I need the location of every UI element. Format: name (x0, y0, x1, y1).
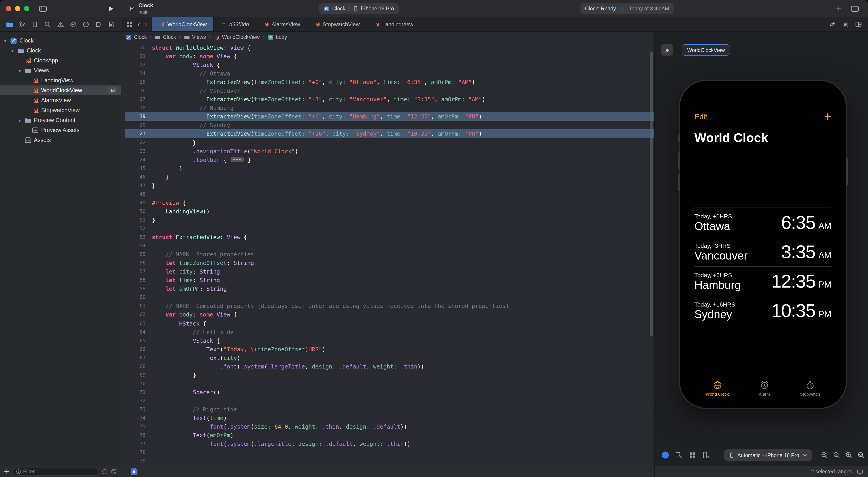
disclosure-triangle[interactable]: ▾ (3, 38, 8, 43)
code-line-66[interactable]: 66 Text("Today, \(timeZoneOffset)HRS") (125, 345, 654, 353)
zoom-out-button[interactable] (819, 450, 830, 460)
navigator-debug-button[interactable] (81, 19, 90, 29)
code-line-74[interactable]: 74 Text(time) (125, 414, 654, 422)
world-clock-row-hamburg[interactable]: Today, +6HRSHamburg12:35PM (694, 266, 831, 296)
sidebar-item-clockapp[interactable]: ClockApp (0, 56, 121, 65)
code-line-58[interactable]: 58 let time: String (125, 276, 654, 285)
code-area[interactable]: 10struct WorldClockView: View {11 var bo… (121, 42, 654, 466)
library-add-icon[interactable] (834, 4, 844, 13)
phone-edit-button[interactable]: Edit (694, 112, 707, 121)
code-line-50[interactable]: 50 LandingView() (125, 207, 654, 216)
navigator-breakpoints-button[interactable] (94, 19, 103, 29)
zoom-in-button[interactable] (844, 450, 854, 460)
code-line-63[interactable]: 63 HStack { (125, 319, 654, 328)
world-clock-row-ottawa[interactable]: Today, +0HRSOttawa6:35AM (694, 208, 831, 237)
toggle-inspector-icon[interactable] (850, 4, 860, 13)
sidebar-item-assets[interactable]: Assets (0, 135, 121, 145)
code-line-78[interactable]: 78 (125, 448, 654, 457)
sidebar-item-views[interactable]: ▾Views (0, 65, 121, 76)
code-line-45[interactable]: 45 } (125, 164, 654, 173)
code-line-77[interactable]: 77 .font(.system(.largeTitle, design: .d… (125, 440, 654, 448)
code-line-24[interactable]: 24 .toolbar { ••• } (125, 155, 654, 164)
code-line-11[interactable]: 11 var body: some View { (125, 52, 654, 61)
editor-scrollbar[interactable] (650, 52, 653, 336)
code-line-22[interactable]: 22 } (125, 138, 654, 147)
sidebar-item-alarmsview[interactable]: AlarmsView (0, 95, 121, 106)
code-line-69[interactable]: 69 } (125, 371, 654, 379)
live-preview-button[interactable] (660, 450, 670, 460)
world-clock-row-vancouver[interactable]: Today, -3HRSVancouver3:35AM (694, 237, 831, 266)
editor-tab-d33f3db[interactable]: #d33f3db (214, 17, 256, 31)
sidebar-item-landingview[interactable]: LandingView (0, 76, 121, 85)
code-line-61[interactable]: 61 // MARK: Computed property (displays … (125, 302, 654, 310)
device-settings-button[interactable] (701, 450, 711, 460)
code-line-46[interactable]: 46 } (125, 173, 654, 181)
breadcrumb-Clock[interactable]: Clock (155, 34, 176, 40)
code-line-21[interactable]: 21 ExtractedView(timeZoneOffset: "+16", … (125, 129, 654, 138)
code-review-icon[interactable] (829, 21, 836, 28)
minimize-button[interactable] (15, 6, 20, 11)
scheme-selector[interactable]: Clock main (128, 2, 153, 14)
code-line-13[interactable]: 13 VStack { (125, 61, 654, 69)
code-line-15[interactable]: 15 ExtractedView(timeZoneOffset: "+0", c… (125, 78, 654, 86)
editor-tab-StopwatchView[interactable]: StopwatchView (307, 17, 367, 31)
code-line-23[interactable]: 23 .navigationTitle("World Clock") (125, 147, 654, 155)
scm-status-filter-icon[interactable] (111, 469, 117, 475)
code-line-56[interactable]: 56 let timeZoneOffset: String (125, 259, 654, 267)
navigator-tests-button[interactable] (68, 19, 78, 29)
disclosure-triangle[interactable]: ▾ (17, 118, 22, 123)
code-line-53[interactable]: 53struct ExtractedView: View { (125, 233, 654, 241)
code-line-47[interactable]: 47} (125, 181, 654, 190)
back-chevron-icon[interactable]: ‹ (137, 20, 140, 28)
breadcrumb-WorldClockView[interactable]: WorldClockView (214, 34, 260, 40)
code-line-62[interactable]: 62 var body: some View { (125, 310, 654, 319)
code-line-20[interactable]: 20 // Syndey (125, 121, 654, 129)
disclosure-triangle[interactable]: ▾ (17, 68, 22, 73)
run-button[interactable] (106, 4, 116, 13)
code-line-71[interactable]: 71 Spacer() (125, 388, 654, 396)
code-line-60[interactable]: 60 (125, 293, 654, 302)
code-line-55[interactable]: 55 // MARK: Stored properties (125, 250, 654, 259)
sidebar-item-clock[interactable]: ▾Clock (0, 46, 121, 56)
sidebar-item-worldclockview[interactable]: WorldClockViewM (0, 85, 121, 95)
code-line-65[interactable]: 65 VStack { (125, 336, 654, 345)
navigator-project-button[interactable] (5, 19, 14, 29)
phone-tab-alarm[interactable]: Alarm (759, 380, 770, 396)
add-editor-icon[interactable] (855, 21, 862, 28)
related-items-icon[interactable] (126, 21, 133, 28)
code-line-51[interactable]: 51} (125, 216, 654, 224)
variants-mode-button[interactable] (687, 450, 697, 460)
phone-tab-world-clock[interactable]: World Clock (706, 380, 729, 396)
close-button[interactable] (6, 6, 11, 11)
navigator-reports-button[interactable] (107, 19, 116, 29)
code-line-73[interactable]: 73 // Right side (125, 405, 654, 414)
preview-device-menu[interactable]: Automatic – iPhone 16 Pro (724, 449, 812, 461)
forward-chevron-icon[interactable]: › (145, 20, 147, 28)
world-clock-row-sydney[interactable]: Today, +16HRSSydney10:35PM (694, 296, 831, 325)
filter-field[interactable] (13, 468, 99, 475)
code-line-14[interactable]: 14 // Ottawa (125, 69, 654, 78)
navigator-find-button[interactable] (43, 19, 52, 29)
code-line-68[interactable]: 68 .font(.system(.largeTitle, design: .d… (125, 362, 654, 370)
zoom-actual-button[interactable] (832, 450, 842, 460)
navigator-source-control-button[interactable] (18, 19, 27, 29)
code-line-18[interactable]: 18 // Hamburg (125, 104, 654, 112)
fullscreen-button[interactable] (24, 6, 29, 11)
sidebar-item-preview-content[interactable]: ▾Preview Content (0, 115, 121, 125)
disclosure-triangle[interactable]: ▾ (10, 48, 15, 53)
code-line-17[interactable]: 17 ExtractedView(timeZoneOffset: "-3", c… (125, 95, 654, 104)
recent-files-filter-icon[interactable] (102, 469, 108, 475)
editor-tab-WorldClockView[interactable]: WorldClockView (152, 17, 214, 31)
code-line-54[interactable]: 54 (125, 241, 654, 250)
filter-input[interactable] (23, 469, 96, 474)
navigator-bookmarks-button[interactable] (31, 19, 39, 29)
add-file-icon[interactable] (4, 469, 10, 475)
code-line-19[interactable]: 19 ExtractedView(timeZoneOffset: "+6", c… (125, 112, 654, 121)
sidebar-item-clock[interactable]: ▾Clock (0, 36, 121, 46)
code-line-67[interactable]: 67 Text(city) (125, 353, 654, 362)
code-line-52[interactable]: 52 (125, 224, 654, 233)
breadcrumb-Views[interactable]: Views (184, 34, 206, 40)
code-line-72[interactable]: 72 (125, 396, 654, 405)
code-line-70[interactable]: 70 (125, 379, 654, 388)
preview-target-chip[interactable]: WorldClockView (682, 44, 730, 56)
